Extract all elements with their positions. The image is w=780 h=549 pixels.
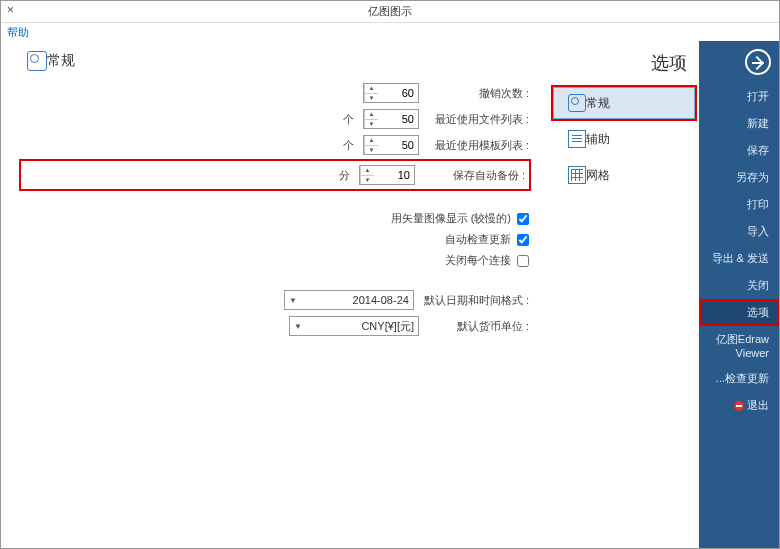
sidebar-item-save[interactable]: 保存 <box>699 137 779 164</box>
row-vector-display: 用矢量图像显示 (较慢的) <box>21 211 529 226</box>
auto-update-checkbox[interactable] <box>517 234 529 246</box>
date-format-combo[interactable]: ▼ 2014-08-24 <box>284 290 414 310</box>
section-title: 常规 <box>21 51 529 71</box>
back-icon[interactable] <box>745 49 771 75</box>
currency-combo[interactable]: ▼ CNY[¥][元] <box>289 316 419 336</box>
page-heading: 选项 <box>553 51 687 75</box>
undo-spinner[interactable]: ▲▼ <box>363 83 419 103</box>
chevron-down-icon: ▼ <box>289 296 297 305</box>
spin-up-icon[interactable]: ▲ <box>365 110 378 120</box>
recent-templates-spinner[interactable]: ▲▼ <box>363 135 419 155</box>
date-format-label: 默认日期和时间格式 : <box>424 293 529 308</box>
sidebar-item-print[interactable]: 打印 <box>699 191 779 218</box>
sidebar-item-new[interactable]: 新建 <box>699 110 779 137</box>
category-aux[interactable]: 辅助 <box>553 123 695 155</box>
auto-backup-label: 保存自动备份 : <box>425 168 525 183</box>
recent-files-spinner[interactable]: ▲▼ <box>363 109 419 129</box>
row-undo: ▲▼ 撤销次数 : <box>21 83 529 103</box>
recent-files-label: 最近使用文件列表 : <box>429 112 529 127</box>
recent-templates-label: 最近使用模板列表 : <box>429 138 529 153</box>
sidebar-item-import[interactable]: 导入 <box>699 218 779 245</box>
spin-up-icon[interactable]: ▲ <box>365 136 378 146</box>
category-general[interactable]: 常规 <box>553 87 695 119</box>
aux-icon <box>568 130 586 148</box>
sidebar-item-open[interactable]: 打开 <box>699 83 779 110</box>
sidebar-item-exit[interactable]: 退出 <box>699 392 779 419</box>
help-menu[interactable]: 帮助 <box>7 26 29 38</box>
app-title: 亿图图示 <box>368 4 412 19</box>
sidebar-item-options[interactable]: 选项 <box>699 299 779 326</box>
sidebar-item-saveas[interactable]: 另存为 <box>699 164 779 191</box>
spin-up-icon[interactable]: ▲ <box>361 166 374 176</box>
row-auto-update: 自动检查更新 <box>21 232 529 247</box>
settings-panel: 常规 ▲▼ 撤销次数 : 个 ▲▼ 最近使用文件列表 : <box>1 41 549 548</box>
spin-down-icon[interactable]: ▼ <box>365 120 378 129</box>
category-column: 选项 常规 辅助 网格 <box>549 41 699 548</box>
spin-down-icon[interactable]: ▼ <box>365 94 378 103</box>
titlebar: × 亿图图示 <box>1 1 779 23</box>
sidebar-item-close[interactable]: 关闭 <box>699 272 779 299</box>
sidebar-item-export[interactable]: 导出 & 发送 <box>699 245 779 272</box>
row-recent-templates: 个 ▲▼ 最近使用模板列表 : <box>21 135 529 155</box>
undo-label: 撤销次数 : <box>429 86 529 101</box>
menubar: 帮助 <box>1 23 779 41</box>
chevron-down-icon: ▼ <box>294 322 302 331</box>
recent-templates-input[interactable] <box>378 136 418 154</box>
sidebar-item-viewer[interactable]: 亿图Edraw Viewer <box>699 326 779 365</box>
grid-icon <box>568 166 586 184</box>
row-date-format: ▼ 2014-08-24 默认日期和时间格式 : <box>21 290 529 310</box>
close-icon[interactable]: × <box>7 3 25 21</box>
auto-backup-spinner[interactable]: ▲▼ <box>359 165 415 185</box>
spin-down-icon[interactable]: ▼ <box>365 146 378 155</box>
undo-input[interactable] <box>378 84 418 102</box>
row-auto-backup: 分 ▲▼ 保存自动备份 : <box>21 161 529 189</box>
sidebar: 打开 新建 保存 另存为 打印 导入 导出 & 发送 关闭 选项 亿图Edraw… <box>699 41 779 548</box>
category-grid[interactable]: 网格 <box>553 159 695 191</box>
vector-display-checkbox[interactable] <box>517 213 529 225</box>
general-icon <box>27 51 47 71</box>
exit-icon <box>734 401 744 411</box>
sidebar-item-update[interactable]: 检查更新... <box>699 365 779 392</box>
spin-up-icon[interactable]: ▲ <box>365 84 378 94</box>
recent-files-input[interactable] <box>378 110 418 128</box>
spin-down-icon[interactable]: ▼ <box>361 176 374 185</box>
auto-backup-input[interactable] <box>374 166 414 184</box>
row-disable-wizard: 关闭每个连接 <box>21 253 529 268</box>
general-icon <box>568 94 586 112</box>
currency-label: 默认货币单位 : <box>429 319 529 334</box>
row-recent-files: 个 ▲▼ 最近使用文件列表 : <box>21 109 529 129</box>
disable-wizard-checkbox[interactable] <box>517 255 529 267</box>
row-currency: ▼ CNY[¥][元] 默认货币单位 : <box>21 316 529 336</box>
